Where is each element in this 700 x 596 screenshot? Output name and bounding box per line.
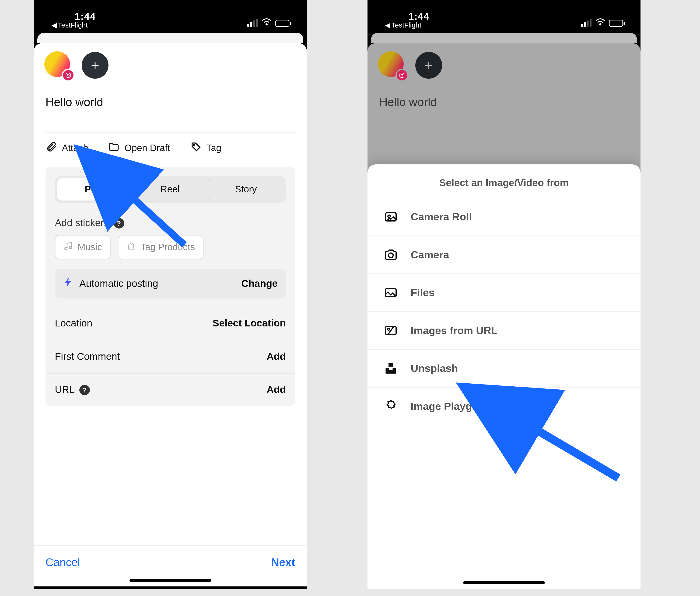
instagram-badge-icon [62,69,75,82]
url-row[interactable]: URL? Add [46,373,295,407]
add-account-button[interactable] [82,52,108,79]
options-panel: Post Reel Story Add stickers ? Music [46,167,295,407]
segment-story[interactable]: Story [208,178,283,201]
compose-sheet: Hello world Attach Open Draft Tag P [34,43,307,587]
svg-point-8 [600,24,601,25]
picture-icon [384,286,398,300]
media-source-sheet: Select an Image/Video from Camera Roll C… [368,164,641,589]
svg-point-17 [388,329,390,330]
screenshot-left: 1:44 ◀ TestFlight [34,0,307,589]
unsplash-icon [384,361,398,375]
media-source-list: Camera Roll Camera Files Images from URL… [368,198,641,425]
option-camera[interactable]: Camera [368,236,641,274]
background-card-peek [371,33,637,43]
camera-icon [384,248,398,262]
svg-point-2 [67,74,69,76]
account-avatar[interactable] [44,51,72,79]
svg-point-13 [388,215,390,217]
image-icon [384,210,398,224]
battery-icon [609,20,623,27]
add-stickers-label: Add stickers [55,217,109,229]
tag-icon [190,141,202,155]
url-image-icon [384,323,398,338]
bolt-icon [63,277,74,290]
help-icon[interactable]: ? [114,218,124,229]
battery-icon [275,20,289,27]
music-chip[interactable]: Music [55,235,110,260]
status-time: 1:44 [51,11,96,22]
next-button[interactable]: Next [271,556,295,569]
attach-button[interactable]: Attach [46,141,88,155]
svg-point-0 [266,24,268,25]
bag-icon [126,241,136,253]
compose-text[interactable]: Hello world [34,79,307,132]
background-card-peek [38,33,303,43]
open-draft-button[interactable]: Open Draft [108,141,170,155]
playground-icon [384,399,398,413]
option-camera-roll[interactable]: Camera Roll [368,198,641,236]
cellular-icon [247,20,258,27]
svg-point-3 [69,74,70,74]
post-type-segmented: Post Reel Story [55,176,286,203]
option-image-playground[interactable]: Image Playground [368,388,641,425]
option-unsplash[interactable]: Unsplash [368,350,641,388]
paperclip-icon [46,141,57,155]
compose-text: Hello world [368,79,641,132]
option-files[interactable]: Files [368,274,641,312]
segment-reel[interactable]: Reel [132,178,208,201]
svg-point-11 [403,74,403,74]
add-account-button [415,52,442,79]
tag-products-chip[interactable]: Tag Products [118,235,203,260]
segment-post[interactable]: Post [57,178,132,201]
svg-point-6 [70,247,72,249]
automatic-posting-row: Automatic posting Change [55,269,286,299]
svg-point-4 [193,144,195,146]
location-row[interactable]: Location Select Location [46,307,295,340]
svg-point-14 [389,253,393,258]
option-images-from-url[interactable]: Images from URL [368,312,641,350]
cancel-button[interactable]: Cancel [46,556,80,569]
status-bar: 1:44 ◀ TestFlight [34,0,307,30]
status-bar: 1:44 ◀ TestFlight [368,0,641,30]
svg-point-5 [65,247,67,250]
tag-button[interactable]: Tag [190,141,221,155]
folder-icon [108,141,120,155]
wifi-icon [261,18,272,29]
wifi-icon [595,18,605,29]
screenshot-right: 1:44 ◀ TestFlight [368,0,641,589]
sheet-title: Select an Image/Video from [368,164,641,198]
cellular-icon [581,20,592,27]
instagram-badge-icon [396,69,408,82]
svg-point-10 [401,74,403,76]
home-indicator [129,579,211,582]
first-comment-row[interactable]: First Comment Add [46,340,295,373]
account-avatar [378,51,406,79]
status-back-app[interactable]: ◀ TestFlight [51,22,88,29]
status-back-app[interactable]: ◀ TestFlight [385,22,421,29]
home-indicator [463,581,545,584]
music-icon [64,241,73,253]
help-icon[interactable]: ? [79,385,90,395]
status-time: 1:44 [385,11,429,22]
change-button[interactable]: Change [241,278,278,289]
